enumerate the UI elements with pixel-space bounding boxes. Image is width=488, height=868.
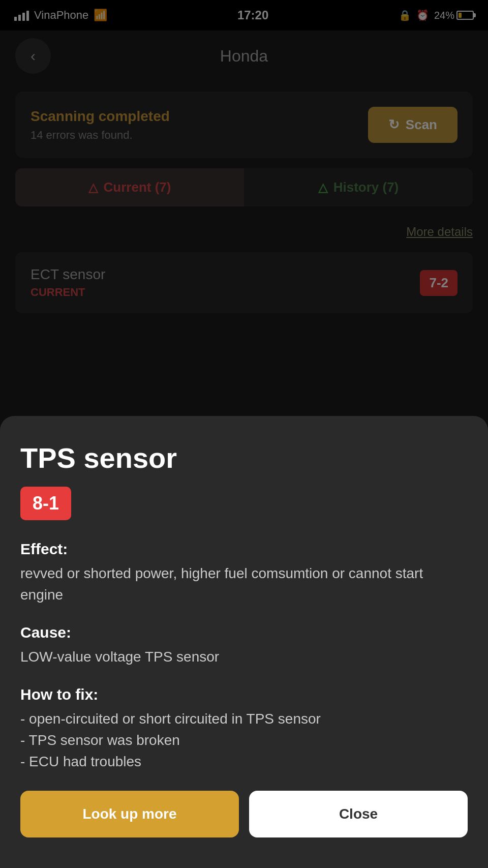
how-to-fix-body: - open-circuited or short circuited in T… bbox=[20, 708, 468, 772]
cause-label: Cause: bbox=[20, 624, 468, 641]
lookup-button[interactable]: Look up more bbox=[20, 791, 239, 837]
effect-label: Effect: bbox=[20, 541, 468, 558]
cause-body: LOW-value voltage TPS sensor bbox=[20, 646, 468, 668]
effect-body: revved or shorted power, higher fuel com… bbox=[20, 563, 468, 606]
bottom-buttons: Look up more Close bbox=[20, 791, 468, 837]
how-to-fix-label: How to fix: bbox=[20, 686, 468, 703]
bottom-sheet: TPS sensor 8-1 Effect: revved or shorted… bbox=[0, 416, 488, 868]
close-button[interactable]: Close bbox=[249, 791, 468, 837]
sensor-title: TPS sensor bbox=[20, 441, 468, 474]
error-code-badge: 8-1 bbox=[20, 487, 71, 520]
